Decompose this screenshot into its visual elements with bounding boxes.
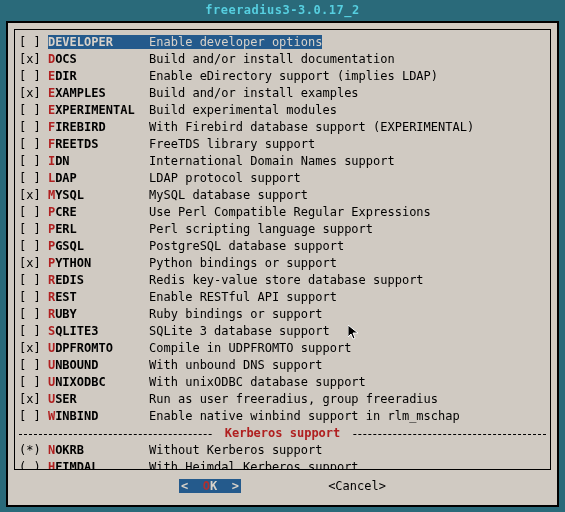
checkbox-option-redis[interactable]: [ ] REDIS Redis key-value store database… (19, 272, 546, 289)
radio-group-header: Kerberos support (19, 425, 546, 442)
options-list[interactable]: [ ] DEVELOPER Enable developer options[x… (19, 34, 546, 425)
checkbox-option-unbound[interactable]: [ ] UNBOUND With unbound DNS support (19, 357, 546, 374)
checkbox-option-developer[interactable]: [ ] DEVELOPER Enable developer options (19, 34, 546, 51)
ok-button[interactable]: < OK > (179, 479, 241, 493)
checkbox-option-user[interactable]: [x] USER Run as user freeradius, group f… (19, 391, 546, 408)
radio-option-heimdal[interactable]: ( ) HEIMDAL With Heimdal Kerberos suppor… (19, 459, 546, 470)
title-bar: freeradius3-3.0.17_2 (0, 0, 565, 21)
checkbox-option-experimental[interactable]: [ ] EXPERIMENTAL Build experimental modu… (19, 102, 546, 119)
checkbox-option-ldap[interactable]: [ ] LDAP LDAP protocol support (19, 170, 546, 187)
checkbox-option-pcre[interactable]: [ ] PCRE Use Perl Compatible Regular Exp… (19, 204, 546, 221)
checkbox-option-idn[interactable]: [ ] IDN International Domain Names suppo… (19, 153, 546, 170)
checkbox-option-udpfromto[interactable]: [x] UDPFROMTO Compile in UDPFROMTO suppo… (19, 340, 546, 357)
checkbox-option-edir[interactable]: [ ] EDIR Enable eDirectory support (impl… (19, 68, 546, 85)
options-box: [ ] DEVELOPER Enable developer options[x… (14, 29, 551, 470)
checkbox-option-winbind[interactable]: [ ] WINBIND Enable native winbind suppor… (19, 408, 546, 425)
radio-option-nokrb[interactable]: (*) NOKRB Without Kerberos support (19, 442, 546, 459)
cancel-button[interactable]: <Cancel> (328, 479, 386, 493)
checkbox-option-freetds[interactable]: [ ] FREETDS FreeTDS library support (19, 136, 546, 153)
checkbox-option-firebird[interactable]: [ ] FIREBIRD With Firebird database supp… (19, 119, 546, 136)
radio-list[interactable]: (*) NOKRB Without Kerberos support( ) HE… (19, 442, 546, 470)
checkbox-option-pgsql[interactable]: [ ] PGSQL PostgreSQL database support (19, 238, 546, 255)
checkbox-option-python[interactable]: [x] PYTHON Python bindings or support (19, 255, 546, 272)
checkbox-option-perl[interactable]: [ ] PERL Perl scripting language support (19, 221, 546, 238)
title-text: freeradius3-3.0.17_2 (205, 3, 360, 17)
checkbox-option-mysql[interactable]: [x] MYSQL MySQL database support (19, 187, 546, 204)
checkbox-option-rest[interactable]: [ ] REST Enable RESTful API support (19, 289, 546, 306)
radio-group-title: Kerberos support (225, 426, 341, 440)
checkbox-option-docs[interactable]: [x] DOCS Build and/or install documentat… (19, 51, 546, 68)
options-dialog: [ ] DEVELOPER Enable developer options[x… (6, 21, 559, 507)
checkbox-option-unixodbc[interactable]: [ ] UNIXODBC With unixODBC database supp… (19, 374, 546, 391)
button-bar: < OK > <Cancel> (8, 474, 557, 505)
checkbox-option-examples[interactable]: [x] EXAMPLES Build and/or install exampl… (19, 85, 546, 102)
checkbox-option-sqlite3[interactable]: [ ] SQLITE3 SQLite 3 database support (19, 323, 546, 340)
checkbox-option-ruby[interactable]: [ ] RUBY Ruby bindings or support (19, 306, 546, 323)
